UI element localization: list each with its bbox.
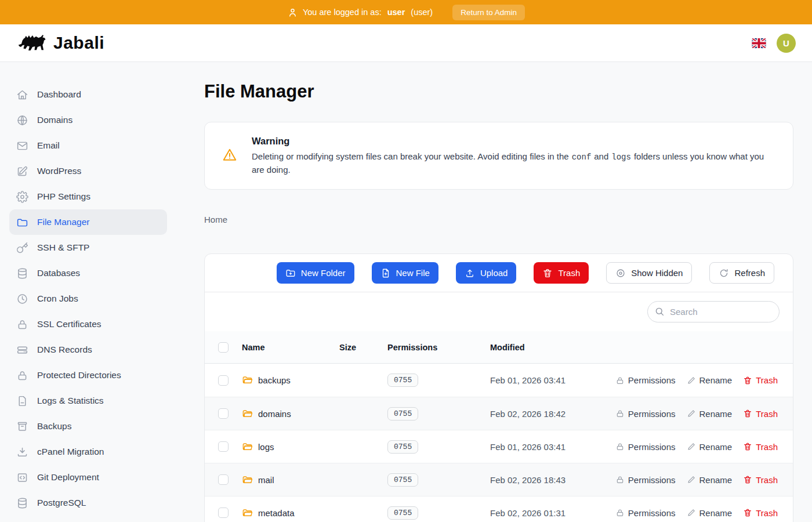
- file-name-link[interactable]: mail: [258, 475, 274, 485]
- pencil-icon: [687, 442, 696, 451]
- sidebar-item-cron-jobs[interactable]: Cron Jobs: [9, 286, 167, 311]
- rename-action[interactable]: Rename: [687, 475, 733, 485]
- brand-logo[interactable]: Jabali: [17, 31, 104, 55]
- sidebar-item-label: Logs & Statistics: [37, 396, 104, 406]
- sidebar-item-partial[interactable]: [9, 516, 167, 522]
- search-icon: [654, 306, 665, 317]
- trash-action[interactable]: Trash: [743, 475, 778, 485]
- column-permissions: Permissions: [387, 343, 490, 352]
- sidebar-item-email[interactable]: Email: [9, 133, 167, 158]
- sidebar-item-label: Cron Jobs: [37, 293, 78, 304]
- column-size: Size: [339, 343, 387, 352]
- upload-icon: [465, 268, 475, 278]
- trash-action[interactable]: Trash: [743, 375, 778, 385]
- impersonation-banner: You are logged in as: user (user) Return…: [0, 0, 812, 24]
- search-input[interactable]: [647, 301, 780, 322]
- rename-action[interactable]: Rename: [687, 508, 733, 518]
- upload-button[interactable]: Upload: [456, 262, 517, 284]
- lock-icon: [16, 318, 29, 331]
- file-name-link[interactable]: backups: [258, 375, 291, 385]
- refresh-button[interactable]: Refresh: [709, 262, 774, 284]
- trash-action[interactable]: Trash: [743, 409, 778, 419]
- sidebar-item-wordpress[interactable]: WordPress: [9, 158, 167, 184]
- rename-action[interactable]: Rename: [687, 409, 733, 419]
- eye-hidden-icon: [615, 268, 626, 278]
- pencil-icon: [687, 475, 696, 484]
- pencil-icon: [687, 376, 696, 385]
- pencil-icon: [687, 508, 696, 517]
- permissions-action[interactable]: Permissions: [615, 442, 676, 452]
- permissions-action[interactable]: Permissions: [615, 409, 676, 419]
- breadcrumb-home[interactable]: Home: [204, 215, 227, 224]
- return-to-admin-button[interactable]: Return to Admin: [452, 5, 525, 20]
- sidebar-item-dashboard[interactable]: Dashboard: [9, 82, 167, 107]
- row-checkbox[interactable]: [218, 474, 229, 485]
- sidebar-item-postgresql[interactable]: PostgreSQL: [9, 490, 167, 516]
- trash-button[interactable]: Trash: [534, 262, 589, 284]
- document-icon: [16, 394, 29, 407]
- rename-action[interactable]: Rename: [687, 442, 733, 452]
- permissions-action[interactable]: Permissions: [615, 375, 676, 385]
- sidebar-item-logs-statistics[interactable]: Logs & Statistics: [9, 388, 167, 414]
- sidebar-item-label: Domains: [37, 115, 72, 125]
- trash-action[interactable]: Trash: [743, 442, 778, 452]
- sidebar-item-cpanel-migration[interactable]: cPanel Migration: [9, 439, 167, 465]
- user-avatar[interactable]: U: [777, 34, 796, 53]
- modified-date: Feb 01, 2026 03:41: [490, 442, 615, 452]
- show-hidden-button[interactable]: Show Hidden: [606, 262, 692, 284]
- trash-icon: [743, 508, 752, 517]
- logged-in-role: (user): [411, 8, 433, 17]
- table-row: domains 0755 Feb 02, 2026 18:42 Permissi…: [205, 397, 793, 430]
- new-folder-button[interactable]: New Folder: [277, 262, 354, 284]
- sidebar-item-domains[interactable]: Domains: [9, 107, 167, 133]
- sidebar-item-ssl-certificates[interactable]: SSL Certificates: [9, 311, 167, 337]
- permissions-badge: 0755: [387, 473, 418, 487]
- file-toolbar: New Folder New File Upload Trash Show Hi…: [205, 254, 793, 292]
- sidebar-item-label: PostgreSQL: [37, 498, 86, 508]
- table-header: Name Size Permissions Modified: [205, 331, 793, 364]
- select-all-checkbox[interactable]: [218, 342, 229, 353]
- person-icon: [287, 7, 298, 18]
- row-checkbox[interactable]: [218, 408, 229, 419]
- archive-icon: [16, 420, 29, 433]
- server-icon: [16, 343, 29, 356]
- trash-icon: [743, 442, 752, 451]
- file-name-link[interactable]: metadata: [258, 508, 295, 518]
- sidebar-item-label: Protected Directories: [37, 370, 121, 380]
- row-checkbox[interactable]: [218, 507, 229, 518]
- row-checkbox[interactable]: [218, 375, 229, 386]
- file-name-link[interactable]: domains: [258, 409, 291, 419]
- key-icon: [16, 241, 29, 254]
- sidebar-item-backups[interactable]: Backups: [9, 414, 167, 439]
- table-body: backups 0755 Feb 01, 2026 03:41 Permissi…: [205, 364, 793, 522]
- permissions-action[interactable]: Permissions: [615, 508, 676, 518]
- trash-icon: [542, 268, 553, 278]
- trash-icon: [743, 376, 752, 385]
- permissions-badge: 0755: [387, 506, 418, 520]
- sidebar-item-label: SSL Certificates: [37, 319, 102, 329]
- lock-icon: [615, 508, 625, 517]
- sidebar-nav: Dashboard Domains Email WordPress PHP Se…: [0, 62, 176, 522]
- sidebar-item-databases[interactable]: Databases: [9, 260, 167, 286]
- sidebar-item-file-manager[interactable]: File Manager: [9, 209, 167, 235]
- sidebar-item-label: cPanel Migration: [37, 447, 104, 457]
- rename-action[interactable]: Rename: [687, 375, 733, 385]
- sidebar-item-git-deployment[interactable]: Git Deployment: [9, 465, 167, 490]
- warning-text: Deleting or modifying system files can b…: [252, 150, 775, 176]
- sidebar-item-php-settings[interactable]: PHP Settings: [9, 184, 167, 209]
- trash-icon: [743, 475, 752, 484]
- modified-date: Feb 02, 2026 18:43: [490, 475, 615, 485]
- warning-alert: Warning Deleting or modifying system fil…: [204, 122, 793, 190]
- sidebar-item-protected-directories[interactable]: Protected Directories: [9, 362, 167, 388]
- new-file-button[interactable]: New File: [372, 262, 438, 284]
- table-row: logs 0755 Feb 01, 2026 03:41 Permissions…: [205, 430, 793, 463]
- sidebar-item-dns-records[interactable]: DNS Records: [9, 337, 167, 362]
- sidebar-item-label: SSH & SFTP: [37, 242, 89, 253]
- file-name-link[interactable]: logs: [258, 442, 274, 452]
- row-checkbox[interactable]: [218, 441, 229, 452]
- permissions-action[interactable]: Permissions: [615, 475, 676, 485]
- sidebar-item-ssh-sftp[interactable]: SSH & SFTP: [9, 235, 167, 260]
- trash-action[interactable]: Trash: [743, 508, 778, 518]
- uk-flag-icon[interactable]: [752, 38, 766, 48]
- modified-date: Feb 01, 2026 03:41: [490, 375, 615, 385]
